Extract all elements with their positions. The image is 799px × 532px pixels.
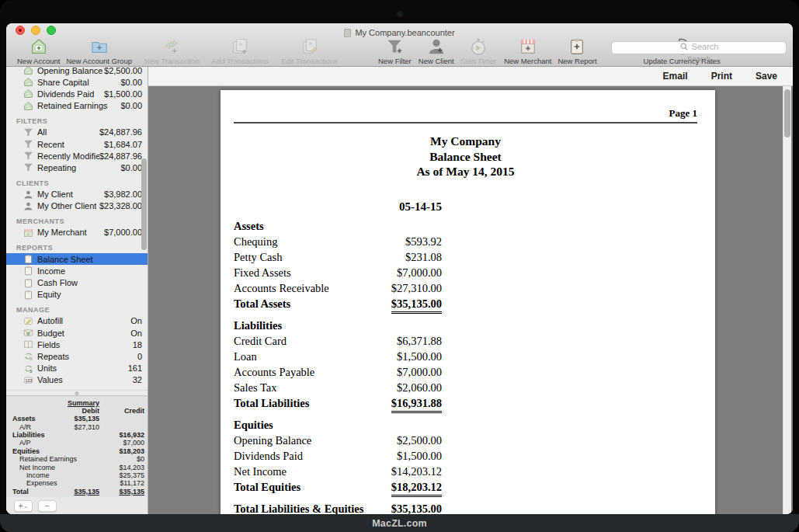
chevron-down-icon: ⌄ — [23, 503, 28, 509]
item-label: Dividends Paid — [37, 89, 94, 99]
row-label: Fixed Assets — [234, 265, 291, 280]
item-value: 18 — [133, 340, 142, 349]
report-icon — [23, 290, 33, 300]
sidebar-item-my-merchant[interactable]: My Merchant $7,000.00 — [6, 227, 148, 238]
summary-label: Liabilities — [12, 431, 59, 439]
summary-credit: $18,203 — [99, 447, 144, 455]
new-transaction-button: New Transaction — [144, 37, 200, 65]
row-value: $35,135.00 — [391, 501, 442, 515]
sidebar-item-share-capital[interactable]: Share Capital $0.00 — [6, 76, 148, 88]
save-button[interactable]: Save — [756, 71, 777, 82]
new-account-group-icon — [90, 37, 109, 56]
item-label: Share Capital — [37, 78, 89, 87]
print-button[interactable]: Print — [711, 71, 732, 82]
viewer-scrollbar[interactable] — [783, 86, 791, 514]
summary-label: A/R — [12, 423, 59, 431]
row-label: Chequing — [234, 234, 277, 249]
splitter-handle[interactable] — [6, 390, 148, 395]
sidebar-footer: + ⌄ − — [6, 497, 148, 514]
sidebar-item-retained-earnings[interactable]: Retained Earnings $0.00 — [6, 100, 148, 112]
email-button[interactable]: Email — [663, 71, 688, 82]
sidebar-item-autofill[interactable]: Autofill On — [6, 315, 148, 327]
toolbar: New Account New Account Group New Transa… — [6, 37, 793, 67]
values-icon — [23, 375, 33, 385]
window-title: My Company.beancounter — [355, 28, 454, 37]
remove-button[interactable]: − — [38, 500, 57, 512]
sidebar-item-income[interactable]: Income — [6, 265, 148, 276]
toolbar-label: Start Timer — [460, 57, 496, 65]
row-label: Accounts Receivable — [234, 280, 329, 296]
sidebar-item-filter-repeating[interactable]: Repeating $0.00 — [6, 162, 148, 173]
add-button[interactable]: + ⌄ — [14, 500, 33, 512]
summary-credit: $16,932 — [99, 431, 144, 439]
app-window: My Company.beancounter New Account New A… — [6, 23, 793, 514]
section-title: Assets — [234, 218, 264, 234]
budget-icon — [23, 328, 33, 338]
new-client-button[interactable]: New Client — [419, 37, 454, 65]
sidebar-item-cash-flow[interactable]: Cash Flow — [6, 276, 148, 288]
item-label: Fields — [37, 340, 60, 349]
report-row: Fixed Assets $7,000.00 — [234, 265, 442, 280]
filter-icon — [23, 151, 33, 161]
row-value: $2,500.00 — [397, 433, 442, 448]
row-value: $7,000.00 — [397, 265, 442, 280]
toolbar-label: New Filter — [378, 57, 412, 65]
sidebar-scrollbar-thumb[interactable] — [141, 158, 147, 250]
sidebar-item-dividends-paid[interactable]: Dividends Paid $1,500.00 — [6, 88, 148, 99]
row-value: $1,500.00 — [397, 448, 442, 464]
new-account-button[interactable]: New Account — [17, 37, 60, 65]
row-label: Credit Card — [234, 333, 287, 349]
sidebar-item-fields[interactable]: Fields 18 — [6, 339, 148, 350]
sidebar-item-filter-all[interactable]: All $24,887.96 — [6, 127, 148, 138]
new-client-icon — [427, 37, 446, 56]
report-icon — [23, 254, 33, 264]
section-header-filters: FILTERS — [6, 112, 148, 127]
camera-dot — [397, 11, 403, 17]
watermark-text: MacZL.com — [372, 518, 427, 529]
sidebar-item-my-other-client[interactable]: My Other Client $23,328.00 — [6, 200, 148, 212]
toolbar-label: New Transaction — [144, 57, 200, 65]
item-value: $1,500.00 — [104, 89, 142, 99]
sidebar-item-values[interactable]: Values 32 — [6, 374, 148, 386]
splitter-dot — [75, 391, 79, 395]
new-account-group-button[interactable]: New Account Group — [66, 37, 132, 65]
item-label: Equity — [37, 290, 61, 299]
report-row: Accounts Payable $7,000.00 — [234, 364, 442, 380]
section-title: Liabilities — [234, 318, 282, 333]
total-equities-row: Total Equities $18,203.12 — [234, 479, 442, 497]
new-report-button[interactable]: New Report — [558, 37, 596, 65]
sidebar-item-equity[interactable]: Equity — [6, 289, 148, 301]
zoom-button[interactable] — [47, 26, 56, 35]
sidebar-item-opening-balance[interactable]: Opening Balance $2,500.00 — [6, 67, 148, 76]
sidebar-item-repeats[interactable]: Repeats 0 — [6, 350, 148, 362]
report-viewer: Page 1 My Company Balance Sheet As of Ma… — [148, 86, 793, 514]
add-transactions-icon — [231, 37, 249, 56]
summary-label: Equities — [12, 447, 59, 455]
sidebar-item-my-client[interactable]: My Client $3,982.00 — [6, 189, 148, 200]
sidebar-scroll[interactable]: Opening Balance $2,500.00 Share Capital … — [6, 67, 148, 390]
report-heading: My Company Balance Sheet As of May 14, 2… — [234, 134, 697, 179]
viewer-scrollbar-thumb[interactable] — [784, 89, 790, 137]
sidebar-item-balance-sheet[interactable]: Balance Sheet — [6, 253, 148, 265]
search-input[interactable] — [611, 41, 787, 54]
item-value: 161 — [128, 363, 142, 373]
minimize-button[interactable] — [31, 26, 40, 35]
section-header-clients: CLIENTS — [6, 174, 148, 189]
row-value: $16,931.88 — [391, 395, 442, 413]
sidebar-item-budget[interactable]: Budget On — [6, 327, 148, 339]
edit-transactions-icon — [300, 37, 319, 56]
new-filter-button[interactable]: New Filter — [378, 37, 412, 65]
main-area: Email Print Save Page 1 My Company Balan… — [148, 67, 793, 514]
sidebar-item-filter-recently-modified[interactable]: Recently Modified $24,887.96 — [6, 150, 148, 162]
summary-row-ap: A/P $7,000 — [12, 439, 144, 447]
close-button[interactable] — [16, 26, 25, 35]
autofill-icon — [23, 316, 33, 326]
new-merchant-button[interactable]: New Merchant — [504, 37, 551, 65]
search-area: Search Search — [611, 40, 787, 63]
search-box: Search — [611, 40, 787, 53]
sidebar-item-filter-recent[interactable]: Recent $1,684.07 — [6, 138, 148, 150]
report-body: 05-14-15 Assets Chequing $593.92 Petty C… — [234, 199, 442, 515]
sidebar-item-units[interactable]: Units 161 — [6, 363, 148, 374]
row-label: Total Equities — [234, 479, 300, 497]
item-value: $3,982.00 — [104, 190, 142, 199]
